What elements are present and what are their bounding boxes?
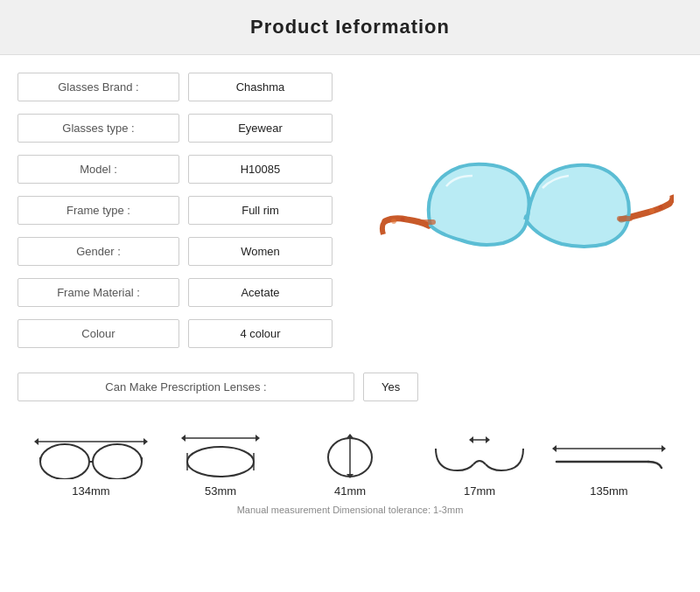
measurements-row: 134mm 53mm bbox=[18, 422, 682, 498]
svg-point-3 bbox=[401, 217, 405, 221]
field-label-4: Gender : bbox=[18, 237, 179, 266]
measurement-temple-length: 135mm bbox=[552, 431, 666, 498]
product-info-section: Glasses Brand :ChashmaGlasses type :Eyew… bbox=[18, 73, 359, 360]
field-label-5: Frame Material : bbox=[18, 278, 179, 307]
svg-point-17 bbox=[187, 447, 254, 477]
info-row-6: Colour4 colour bbox=[18, 319, 359, 348]
measurement-label-temple-length: 135mm bbox=[590, 484, 627, 498]
page-title: Product Ieformation bbox=[0, 16, 700, 38]
prescription-row: Can Make Prescription Lenses : Yes bbox=[18, 373, 682, 401]
svg-point-10 bbox=[93, 444, 142, 479]
info-row-4: Gender :Women bbox=[18, 237, 359, 266]
svg-marker-15 bbox=[181, 435, 186, 442]
svg-point-4 bbox=[649, 208, 654, 213]
svg-marker-7 bbox=[34, 438, 38, 445]
prescription-label: Can Make Prescription Lenses : bbox=[18, 373, 354, 401]
svg-marker-16 bbox=[256, 435, 260, 442]
measurement-lens-width: 53mm bbox=[164, 431, 277, 498]
info-row-0: Glasses Brand :Chashma bbox=[18, 73, 359, 101]
svg-marker-28 bbox=[552, 445, 556, 452]
svg-marker-25 bbox=[469, 436, 473, 443]
info-row-1: Glasses type :Eyewear bbox=[18, 114, 359, 143]
svg-point-2 bbox=[391, 219, 396, 224]
field-value-2: H10085 bbox=[188, 155, 332, 184]
measurement-note: Manual measurement Dimensional tolerance… bbox=[18, 498, 682, 524]
svg-marker-22 bbox=[346, 434, 354, 438]
measurement-label-lens-width: 53mm bbox=[205, 484, 236, 498]
svg-rect-1 bbox=[617, 216, 633, 221]
svg-rect-0 bbox=[420, 219, 436, 225]
svg-marker-29 bbox=[662, 445, 666, 452]
field-label-1: Glasses type : bbox=[18, 114, 179, 143]
info-row-5: Frame Material :Acetate bbox=[18, 278, 359, 307]
measurement-bridge-width: 17mm bbox=[423, 431, 536, 498]
measurements-section: 134mm 53mm bbox=[0, 414, 700, 524]
measurement-label-lens-height: 41mm bbox=[334, 484, 366, 498]
measurement-label-bridge-width: 17mm bbox=[464, 484, 495, 498]
field-value-3: Full rim bbox=[188, 196, 332, 225]
info-row-3: Frame type :Full rim bbox=[18, 196, 359, 225]
product-image-section bbox=[359, 73, 682, 360]
field-value-1: Eyewear bbox=[188, 114, 332, 143]
field-value-4: Women bbox=[188, 237, 332, 266]
svg-marker-26 bbox=[486, 436, 490, 443]
field-label-6: Colour bbox=[18, 319, 179, 348]
measurement-total-width: 134mm bbox=[34, 431, 148, 498]
field-label-3: Frame type : bbox=[18, 196, 179, 225]
field-value-6: 4 colour bbox=[188, 319, 332, 348]
measurement-lens-height: 41mm bbox=[293, 431, 407, 498]
prescription-value: Yes bbox=[363, 373, 418, 401]
page-header: Product Ieformation bbox=[0, 0, 700, 55]
field-value-0: Chashma bbox=[188, 73, 332, 101]
product-image bbox=[376, 125, 674, 309]
info-row-2: Model :H10085 bbox=[18, 155, 359, 184]
field-label-0: Glasses Brand : bbox=[18, 73, 179, 101]
svg-point-5 bbox=[659, 205, 663, 209]
svg-point-9 bbox=[40, 444, 89, 479]
svg-marker-8 bbox=[144, 438, 148, 445]
measurement-label-total-width: 134mm bbox=[72, 484, 109, 498]
field-label-2: Model : bbox=[18, 155, 179, 184]
field-value-5: Acetate bbox=[188, 278, 332, 307]
